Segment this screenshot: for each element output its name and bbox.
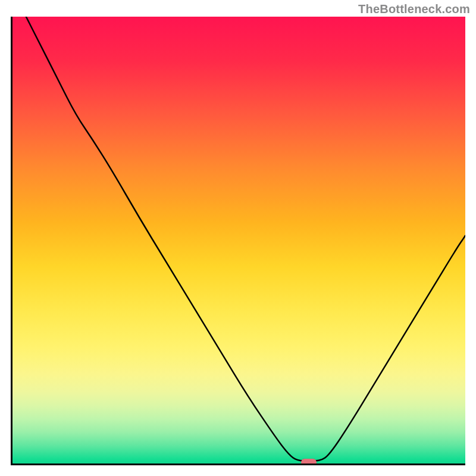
chart-line [12,17,465,464]
plot-area [11,17,465,465]
watermark-text: TheBottleneck.com [358,2,470,16]
trough-marker [301,459,317,465]
chart-container: TheBottleneck.com [0,0,476,476]
